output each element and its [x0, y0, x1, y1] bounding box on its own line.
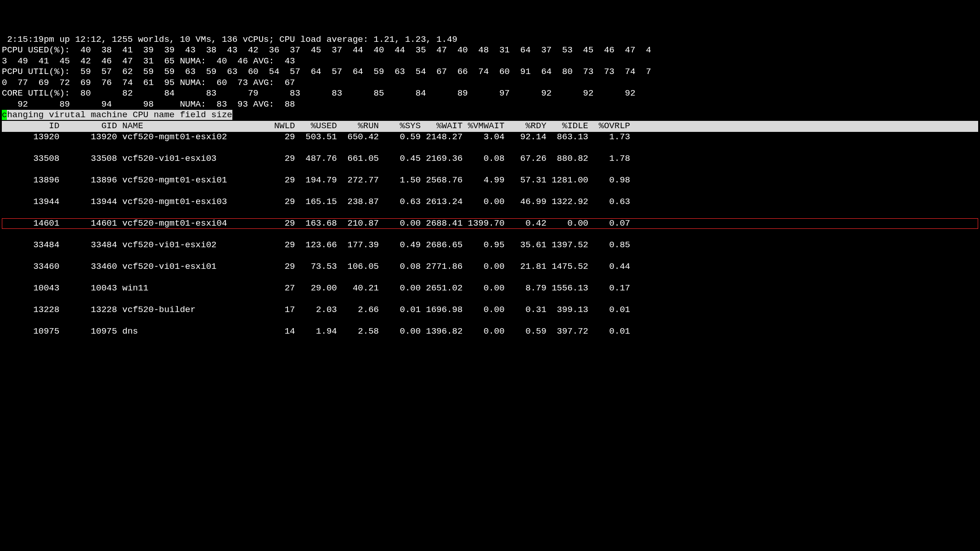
table-row[interactable]: 33484 33484 vcf520-vi01-esxi02 29 123.66…: [2, 240, 978, 251]
core-util-line1: CORE UTIL(%): 80 82 84 83 79 83 83 85 84…: [2, 88, 636, 98]
table-row[interactable]: 10043 10043 win11 27 29.00 40.21 0.00 26…: [2, 283, 978, 294]
pcpu-util-line2: 0 77 69 72 69 76 74 61 95 NUMA: 60 73 AV…: [2, 78, 295, 88]
table-row[interactable]: 33508 33508 vcf520-vi01-esxi03 29 487.76…: [2, 153, 978, 165]
status-cursor: c: [2, 110, 7, 120]
table-row[interactable]: 13944 13944 vcf520-mgmt01-esxi03 29 165.…: [2, 197, 978, 208]
status-bar: changing virutal machine CPU name field …: [2, 110, 232, 121]
table-row[interactable]: 13896 13896 vcf520-mgmt01-esxi01 29 194.…: [2, 175, 978, 186]
table-row[interactable]: 13228 13228 vcf520-builder 17 2.03 2.66 …: [2, 305, 978, 316]
core-util-line2: 92 89 94 98 NUMA: 83 93 AVG: 88: [2, 99, 295, 109]
pcpu-used-line2: 3 49 41 45 42 46 47 31 65 NUMA: 40 46 AV…: [2, 56, 295, 66]
pcpu-used-line1: PCPU USED(%): 40 38 41 39 39 43 38 43 42…: [2, 45, 651, 55]
pcpu-util-line1: PCPU UTIL(%): 59 57 62 59 59 63 59 63 60…: [2, 67, 651, 77]
table-row[interactable]: 14601 14601 vcf520-mgmt01-esxi04 29 163.…: [2, 218, 978, 229]
table-row[interactable]: 33460 33460 vcf520-vi01-esxi01 29 73.53 …: [2, 261, 978, 273]
table-header: ID GID NAME NWLD %USED %RUN %SYS %WAIT %…: [2, 121, 978, 132]
uptime-line: 2:15:19pm up 12:12, 1255 worlds, 10 VMs,…: [2, 34, 457, 45]
status-text: hanging virutal machine CPU name field s…: [7, 110, 232, 120]
table-row[interactable]: 10975 10975 dns 14 1.94 2.58 0.00 1396.8…: [2, 326, 978, 337]
table-row[interactable]: 13920 13920 vcf520-mgmt01-esxi02 29 503.…: [2, 132, 978, 143]
